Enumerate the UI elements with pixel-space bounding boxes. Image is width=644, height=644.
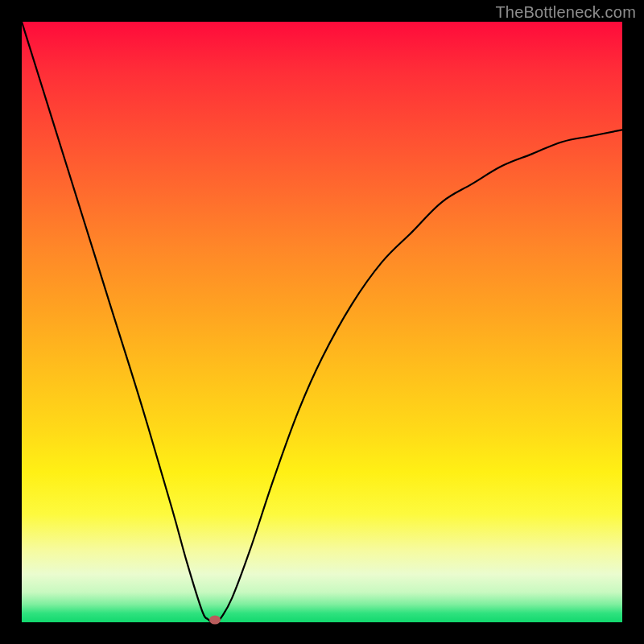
plot-area — [22, 22, 622, 622]
watermark-text: TheBottleneck.com — [495, 3, 636, 22]
chart-frame: TheBottleneck.com — [0, 0, 644, 644]
bottleneck-curve — [22, 22, 622, 622]
optimum-marker — [209, 616, 221, 625]
